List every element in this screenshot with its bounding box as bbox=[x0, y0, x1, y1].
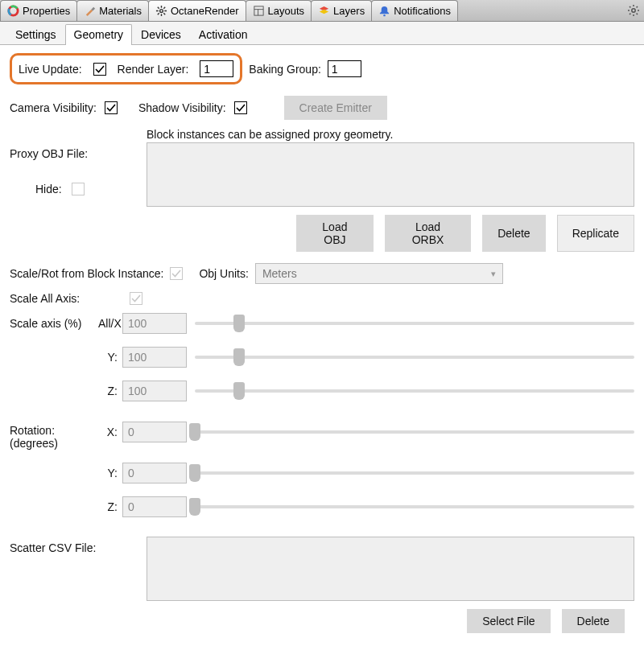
hide-label: Hide: bbox=[35, 183, 62, 195]
rotation-label: Rotation: (degrees) bbox=[10, 414, 98, 450]
scatter-csv-field[interactable] bbox=[147, 537, 634, 601]
axis-allx-label: All/X: bbox=[98, 317, 122, 330]
axis-z-label: Z: bbox=[98, 385, 122, 397]
svg-point-8 bbox=[632, 9, 635, 12]
main-tabbar: Properties Materials OctaneRender Layout… bbox=[0, 0, 644, 22]
highlight-live-update-render-layer: Live Update: Render Layer: bbox=[10, 53, 242, 84]
tab-materials[interactable]: Materials bbox=[76, 0, 149, 21]
gear-icon[interactable] bbox=[626, 3, 641, 18]
live-update-checkbox[interactable] bbox=[93, 63, 106, 76]
obj-units-value: Meters bbox=[262, 267, 297, 280]
scale-rot-label: Scale/Rot from Block Instance: bbox=[10, 267, 163, 280]
rot-x-input[interactable] bbox=[122, 422, 187, 442]
subtab-settings[interactable]: Settings bbox=[6, 24, 65, 45]
proxy-button-row: Load OBJ Load ORBX Delete Replicate bbox=[296, 215, 634, 252]
geometry-panel: Live Update: Render Layer: Baking Group:… bbox=[0, 45, 644, 646]
baking-group-label: Baking Group: bbox=[249, 63, 321, 76]
sub-tabbar: Settings Geometry Devices Activation bbox=[0, 22, 644, 45]
rot-y-slider[interactable] bbox=[195, 463, 634, 483]
baking-group-input[interactable] bbox=[328, 60, 361, 77]
svg-line-16 bbox=[630, 14, 630, 14]
svg-point-7 bbox=[383, 14, 385, 16]
svg-rect-4 bbox=[254, 6, 262, 15]
tab-notifications[interactable]: Notifications bbox=[371, 0, 458, 21]
axis-y-label: Y: bbox=[98, 351, 122, 364]
subtab-geometry[interactable]: Geometry bbox=[65, 24, 132, 45]
chevron-down-icon: ▾ bbox=[491, 269, 496, 279]
live-update-label: Live Update: bbox=[19, 63, 82, 76]
tab-layers[interactable]: Layers bbox=[311, 0, 372, 21]
select-file-button[interactable]: Select File bbox=[467, 609, 550, 633]
rot-z-slider[interactable] bbox=[195, 496, 634, 517]
scale-z-slider[interactable] bbox=[195, 381, 634, 401]
layouts-icon bbox=[253, 5, 265, 17]
replicate-button[interactable]: Replicate bbox=[557, 215, 634, 252]
proxy-info-text: Block instances can be assigned proxy ge… bbox=[147, 128, 634, 141]
tab-label: Properties bbox=[23, 5, 70, 17]
tab-label: OctaneRender bbox=[171, 5, 239, 17]
octane-icon bbox=[155, 5, 167, 17]
render-layer-input[interactable] bbox=[200, 60, 233, 77]
tab-properties[interactable]: Properties bbox=[0, 0, 77, 21]
proxy-delete-button[interactable]: Delete bbox=[482, 215, 545, 252]
scale-x-slider[interactable] bbox=[195, 313, 634, 334]
create-emitter-button[interactable]: Create Emitter bbox=[284, 96, 387, 120]
subtab-devices[interactable]: Devices bbox=[132, 24, 190, 45]
scale-axis-label: Scale axis (%) bbox=[10, 317, 98, 330]
shadow-visibility-label: Shadow Visibility: bbox=[138, 101, 226, 114]
render-layer-label: Render Layer: bbox=[118, 63, 189, 76]
load-orbx-button[interactable]: Load ORBX bbox=[385, 215, 471, 252]
scatter-csv-label: Scatter CSV File: bbox=[10, 541, 96, 554]
load-obj-button[interactable]: Load OBJ bbox=[296, 215, 374, 252]
circle-multicolor-icon bbox=[7, 5, 19, 17]
rot-x-slider[interactable] bbox=[195, 422, 634, 442]
subtab-activation[interactable]: Activation bbox=[190, 24, 257, 45]
tab-label: Layers bbox=[333, 5, 365, 17]
rot-z-input[interactable] bbox=[122, 496, 187, 517]
shadow-visibility-checkbox[interactable] bbox=[234, 101, 247, 114]
svg-point-3 bbox=[160, 10, 163, 13]
svg-line-15 bbox=[637, 6, 638, 7]
scale-y-input[interactable] bbox=[122, 347, 187, 368]
svg-line-14 bbox=[637, 14, 638, 14]
camera-visibility-checkbox[interactable] bbox=[105, 101, 118, 114]
tab-label: Notifications bbox=[394, 5, 451, 17]
layers-icon bbox=[318, 5, 330, 17]
scale-x-input[interactable] bbox=[122, 313, 187, 334]
tab-layouts[interactable]: Layouts bbox=[246, 0, 312, 21]
scale-all-axis-checkbox[interactable] bbox=[130, 292, 142, 305]
scale-z-input[interactable] bbox=[122, 381, 187, 401]
tab-label: Materials bbox=[99, 5, 142, 17]
rot-y-input[interactable] bbox=[122, 463, 187, 483]
hide-checkbox[interactable] bbox=[72, 183, 85, 195]
scatter-delete-button[interactable]: Delete bbox=[562, 609, 625, 633]
obj-units-label: Obj Units: bbox=[199, 267, 248, 280]
svg-line-13 bbox=[630, 6, 630, 7]
rot-y-label: Y: bbox=[98, 467, 122, 479]
tab-label: Layouts bbox=[268, 5, 305, 17]
bell-icon bbox=[378, 5, 390, 17]
proxy-obj-file-field[interactable] bbox=[147, 142, 634, 207]
scale-y-slider[interactable] bbox=[195, 347, 634, 368]
brush-icon bbox=[84, 5, 96, 17]
rot-z-label: Z: bbox=[98, 500, 122, 513]
camera-visibility-label: Camera Visibility: bbox=[10, 101, 97, 114]
proxy-obj-file-label: Proxy OBJ File: bbox=[10, 147, 147, 160]
scale-rot-checkbox[interactable] bbox=[170, 267, 183, 280]
scale-all-axis-label: Scale All Axis: bbox=[10, 292, 80, 305]
obj-units-select[interactable]: Meters ▾ bbox=[255, 263, 503, 284]
rot-x-label: X: bbox=[98, 426, 122, 438]
tab-octanerender[interactable]: OctaneRender bbox=[148, 0, 246, 21]
